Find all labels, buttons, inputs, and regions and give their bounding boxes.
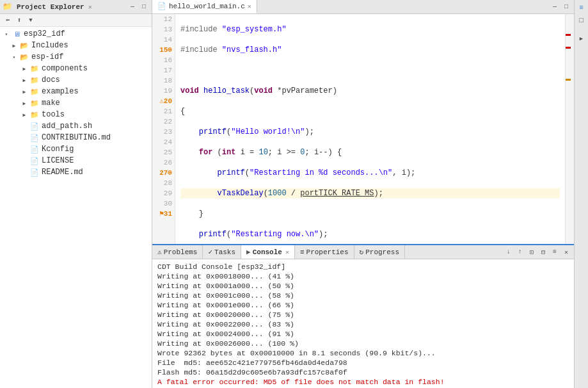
- tree-item-docs[interactable]: ▶ 📁 docs: [0, 74, 152, 86]
- tree-arrow: ▶: [20, 99, 28, 107]
- console-line-9: Wrote 92362 bytes at 0x00010000 in 8.1 s…: [157, 348, 569, 358]
- folder-icon: 📁: [29, 98, 40, 108]
- editor-right-gutter: [565, 14, 574, 244]
- tab-tasks[interactable]: ✓ Tasks: [203, 245, 241, 259]
- tree-item-components[interactable]: ▶ 📁 components: [0, 63, 152, 74]
- bottom-panel: ⚠ Problems ✓ Tasks ▶ Console ✕: [152, 244, 574, 388]
- tree-item-readme[interactable]: ▶ 📄 README.md: [0, 166, 152, 178]
- folder-icon: 📁: [29, 86, 40, 97]
- console-icon: ▶: [246, 248, 251, 256]
- tab-problems[interactable]: ⚠ Problems: [152, 245, 203, 259]
- tree-item-tools[interactable]: ▶ 📁 tools: [0, 109, 152, 120]
- folder-icon: 📁: [29, 109, 40, 120]
- editor-maximize-btn[interactable]: □: [561, 2, 571, 12]
- back-btn[interactable]: ⬅: [3, 15, 13, 26]
- menu-btn[interactable]: ≡: [550, 247, 560, 257]
- console-line-1: Writing at 0x00018000... (41 %): [157, 271, 569, 281]
- editor-tab-label: hello_world_main.c: [169, 3, 245, 10]
- code-content[interactable]: #include "esp_system.h" #include "nvs_fl…: [175, 14, 565, 244]
- console-line-10: File md5: aee652c421e779756fb46da0d4eda7…: [157, 358, 569, 368]
- file-icon: 📄: [29, 121, 40, 131]
- tree-label-components: components: [42, 64, 88, 73]
- tab-console[interactable]: ▶ Console ✕: [241, 245, 295, 259]
- tab-file-icon: 📄: [157, 2, 166, 10]
- tree-arrow: ▶: [20, 88, 28, 95]
- dropdown-btn[interactable]: ▼: [26, 15, 36, 26]
- tree-item-includes[interactable]: ▶ 📂 Includes: [0, 40, 152, 51]
- console-line-2: Writing at 0x0001a000... (50 %): [157, 281, 569, 291]
- right-sidebar: ≡ □ ▶: [574, 0, 588, 388]
- console-line-8: Writing at 0x00026000... (100 %): [157, 339, 569, 348]
- console-line-3: Writing at 0x0001c000... (58 %): [157, 291, 569, 300]
- editor-tab-bar: 📄 hello_world_main.c ✕ — □: [152, 0, 574, 14]
- project-explorer-title: Project Explorer: [17, 3, 84, 11]
- editor-minimize-btn[interactable]: —: [550, 2, 560, 12]
- tab-progress[interactable]: ↻ Progress: [354, 245, 405, 259]
- tree-item-esp32-idf[interactable]: ▾ 🖥 esp32_idf: [0, 28, 152, 40]
- folder-icon: 📁: [29, 63, 40, 74]
- tree-arrow: ▶: [10, 42, 18, 49]
- right-icon-3[interactable]: ▶: [576, 33, 587, 44]
- project-explorer-header: 📁 Project Explorer ✕ — □: [0, 0, 152, 14]
- right-icon-2[interactable]: □: [576, 15, 587, 26]
- tab-close-btn[interactable]: ✕: [248, 3, 251, 10]
- problems-icon: ⚠: [157, 248, 162, 256]
- tab-console-label: Console: [253, 248, 282, 256]
- stop-btn[interactable]: ⊟: [538, 247, 548, 257]
- tree-item-contributing[interactable]: ▶ 📄 CONTRIBUTING.md: [0, 132, 152, 143]
- editor-panel: 📄 hello_world_main.c ✕ — □ 12 13: [152, 0, 574, 244]
- console-line-error: A fatal error occurred: MD5 of file does…: [157, 377, 569, 387]
- close-console-btn[interactable]: ✕: [561, 247, 571, 257]
- folder-icon: 📂: [19, 52, 29, 62]
- tree-label-readme: README.md: [42, 168, 83, 177]
- clear-btn[interactable]: ⊡: [527, 247, 537, 257]
- tree-label-esp-idf: esp-idf: [31, 53, 63, 61]
- tree-arrow: ▾: [10, 53, 18, 61]
- tree-arrow: ▶: [20, 76, 28, 84]
- tree-item-kconfig[interactable]: ▶ 📄 Kconfig: [0, 143, 152, 155]
- tree-label-examples: examples: [42, 87, 79, 96]
- editor-tab-main[interactable]: 📄 hello_world_main.c ✕: [152, 0, 257, 13]
- console-line-11: Flash md5: 06a15d2d9c605e6b7a93dfc157c8a…: [157, 368, 569, 377]
- console-line-6: Writing at 0x00022000... (83 %): [157, 319, 569, 329]
- tab-properties[interactable]: ≡ Properties: [295, 245, 354, 259]
- bottom-toolbar: ↓ ↑ ⊡ ⊟ ≡ ✕: [501, 247, 574, 257]
- tree-label-kconfig: Kconfig: [42, 145, 74, 154]
- forward-btn[interactable]: ⬆: [14, 15, 24, 26]
- tree-item-license[interactable]: ▶ 📄 LICENSE: [0, 155, 152, 166]
- console-area: CDT Build Console [esp32_idf] Writing at…: [152, 259, 574, 388]
- tree-item-esp-idf[interactable]: ▾ 📂 esp-idf: [0, 51, 152, 63]
- tree-arrow: ▶: [20, 111, 28, 118]
- project-icon: 🖥: [12, 29, 22, 39]
- tree-item-make[interactable]: ▶ 📁 make: [0, 97, 152, 109]
- tree-item-add-path[interactable]: ▶ 📄 add_path.sh: [0, 120, 152, 132]
- minimize-btn[interactable]: —: [127, 2, 138, 12]
- console-line-5: Writing at 0x00020000... (75 %): [157, 310, 569, 319]
- project-explorer-panel: 📁 Project Explorer ✕ — □ ⬅ ⬆ ▼ ▾ 🖥: [0, 0, 152, 388]
- console-line-4: Writing at 0x0001e000... (66 %): [157, 300, 569, 310]
- tab-tasks-label: Tasks: [214, 248, 235, 256]
- tree-item-examples[interactable]: ▶ 📁 examples: [0, 86, 152, 97]
- file-icon: 📄: [29, 144, 40, 154]
- tasks-icon: ✓: [208, 248, 212, 256]
- tab-progress-label: Progress: [365, 248, 399, 256]
- properties-icon: ≡: [300, 248, 305, 256]
- tree-label-includes: Includes: [31, 41, 68, 50]
- maximize-btn[interactable]: □: [139, 2, 149, 12]
- scroll-down-btn[interactable]: ↓: [504, 247, 514, 257]
- tree-label-contributing: CONTRIBUTING.md: [42, 133, 111, 142]
- tree-arrow: ▶: [20, 65, 28, 72]
- scroll-up-btn[interactable]: ↑: [515, 247, 525, 257]
- folder-icon: 📁: [29, 75, 40, 85]
- file-icon: 📄: [29, 167, 40, 177]
- right-icon-1[interactable]: ≡: [576, 3, 587, 13]
- project-explorer-toolbar: ⬅ ⬆ ▼: [0, 14, 152, 27]
- progress-icon: ↻: [360, 248, 364, 256]
- line-numbers: 12 13 14 15⊕ 16 17 18 19 ⚠20 21 22 23 24…: [152, 14, 175, 244]
- tree-label-tools: tools: [42, 110, 65, 119]
- tree-label-esp32-idf: esp32_idf: [24, 29, 65, 38]
- file-icon: 📄: [29, 133, 40, 143]
- console-title: CDT Build Console [esp32_idf]: [157, 262, 569, 271]
- bottom-tab-bar: ⚠ Problems ✓ Tasks ▶ Console ✕: [152, 245, 574, 259]
- code-area[interactable]: 12 13 14 15⊕ 16 17 18 19 ⚠20 21 22 23 24…: [152, 14, 574, 244]
